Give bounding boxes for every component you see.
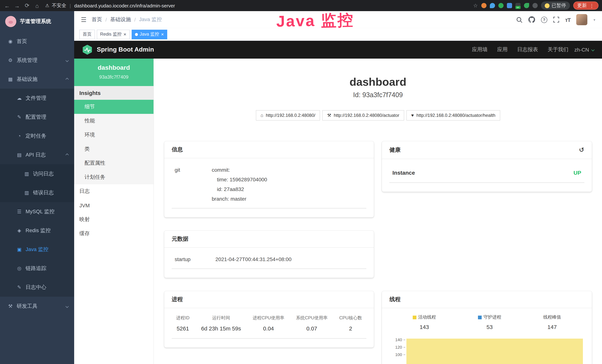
tab-Java 监控[interactable]: Java 监控× <box>131 30 167 39</box>
insights-group: Insights 细节性能环境类配置属性计划任务 <box>74 86 153 184</box>
breadcrumb-item[interactable]: 基础设施 <box>110 16 131 23</box>
search-icon[interactable] <box>516 17 522 23</box>
info-key: git <box>175 165 212 203</box>
spring-boot-admin: Spring Boot Admin 应用墙应用日志报表关于我们 zh-CN da… <box>74 41 602 364</box>
app-logo[interactable]: 芋道管理系统 <box>0 11 74 32</box>
info-lines: commit:time: 1596289704000id: 27aa832bra… <box>212 165 364 203</box>
sba-nav-item[interactable]: 应用 <box>497 46 508 53</box>
sidebar-item[interactable]: ◈Redis 监控 <box>0 221 74 240</box>
sidebar-item[interactable]: ▥错误日志 <box>0 183 74 202</box>
redis-icon: ◈ <box>16 228 22 233</box>
forward-icon[interactable]: → <box>14 2 20 9</box>
metric-value: 0.07 <box>296 325 328 332</box>
legend-swatch <box>478 315 482 319</box>
back-icon[interactable]: ← <box>4 2 10 9</box>
profile-paused-badge[interactable]: 已暂停 <box>541 1 570 10</box>
y-tick-mark <box>404 347 406 347</box>
sidebar-item[interactable]: ▥访问日志 <box>0 164 74 183</box>
sidebar-item[interactable]: ⚙系统管理 <box>0 51 74 70</box>
security-label[interactable]: 不安全 <box>52 2 66 9</box>
instance-block[interactable]: dashboard 93a3fc7f7409 <box>74 59 153 86</box>
sidebar-item[interactable]: ⚒研发工具 <box>0 297 74 316</box>
process-metric: 系统CPU使用率0.07 <box>294 315 330 332</box>
sba-sidebar-item[interactable]: 映射 <box>74 213 153 227</box>
bookmark-star-icon[interactable]: ☆ <box>473 3 478 9</box>
main-sidebar: 芋道管理系统 ◉首页⚙系统管理▦基础设施☁文件管理✎配置管理◔定时任务▤API … <box>0 11 74 364</box>
sidebar-item[interactable]: ◔定时任务 <box>0 127 74 145</box>
sba-sidebar-item[interactable]: 缓存 <box>74 227 153 241</box>
chrome-update-button[interactable]: 更新 ⋮ <box>573 1 598 10</box>
extension-icon[interactable] <box>524 3 529 8</box>
breadcrumb-item[interactable]: 首页 <box>92 16 102 23</box>
sidebar-item[interactable]: ▦基础设施 <box>0 70 74 89</box>
tab-首页[interactable]: 首页 <box>79 30 95 39</box>
sba-sidebar-item[interactable]: 计划任务 <box>74 170 153 184</box>
hamburger-icon[interactable]: ☰ <box>81 16 86 23</box>
close-icon[interactable]: × <box>123 32 126 37</box>
locale-select[interactable]: zh-CN <box>574 47 594 53</box>
sba-brand[interactable]: Spring Boot Admin <box>97 46 154 54</box>
legend-swatch <box>413 315 416 319</box>
history-icon[interactable]: ↺ <box>579 146 584 154</box>
table-row: startup 2021-04-27T00:44:31.254+08:00 <box>172 251 366 269</box>
extension-icon[interactable] <box>498 3 503 8</box>
instance-link[interactable]: ♥http://192.168.0.2:48080/actuator/healt… <box>406 110 500 120</box>
extension-icon[interactable] <box>507 3 512 8</box>
reload-icon[interactable]: ⟳ <box>24 2 30 9</box>
close-icon[interactable]: × <box>161 32 164 37</box>
app-title: 芋道管理系统 <box>20 18 51 25</box>
font-size-icon[interactable]: тT <box>565 17 570 23</box>
sba-nav-item[interactable]: 日志报表 <box>517 46 538 53</box>
sidebar-item[interactable]: ▣Java 监控 <box>0 240 74 259</box>
sidebar-item[interactable]: ✎配置管理 <box>0 107 74 127</box>
metric-value: 5261 <box>176 325 190 332</box>
extension-icon[interactable] <box>490 3 495 8</box>
sba-sidebar-item[interactable]: 类 <box>74 142 153 156</box>
sba-sidebar-item[interactable]: JVM <box>74 198 153 213</box>
github-icon[interactable] <box>528 16 535 23</box>
sidebar-item[interactable]: ◎链路追踪 <box>0 259 74 278</box>
sidebar-item[interactable]: ✎日志中心 <box>0 278 74 297</box>
process-metric: 运行时间6d 23h 15m 59s <box>199 315 243 332</box>
url-text[interactable]: dashboard.yudao.iocoder.cn/infra/admin-s… <box>74 3 175 8</box>
legend-label-row: 线程峰值 <box>543 314 561 321</box>
home-icon[interactable]: ⌂ <box>34 2 40 9</box>
sidebar-item[interactable]: ☁文件管理 <box>0 89 74 107</box>
sidebar-item-label: 错误日志 <box>33 189 54 196</box>
sba-nav: 应用墙应用日志报表关于我们 <box>472 46 569 53</box>
sba-group-items: 细节性能环境类配置属性计划任务 <box>74 100 153 184</box>
extension-icon[interactable] <box>481 3 486 8</box>
sba-sidebar-item[interactable]: 日志 <box>74 184 153 198</box>
fullscreen-icon[interactable] <box>553 17 559 23</box>
home-icon: ◉ <box>7 39 13 44</box>
sidebar-item[interactable]: ▤API 日志 <box>0 145 74 164</box>
tab-Redis 监控[interactable]: Redis 监控× <box>97 30 129 39</box>
sidebar-item-label: API 日志 <box>26 151 46 158</box>
sba-main: dashboard Id: 93a3fc7f7409 ⌂http://192.1… <box>154 59 602 364</box>
sba-sidebar-item[interactable]: 配置属性 <box>74 156 153 170</box>
sba-header: Spring Boot Admin 应用墙应用日志报表关于我们 zh-CN <box>74 41 602 59</box>
instance-link[interactable]: ⚒http://192.168.0.2:48080/actuator <box>322 110 404 120</box>
extension-icon[interactable]: on <box>515 3 520 8</box>
sidebar-item[interactable]: ◉首页 <box>0 32 74 51</box>
card-title: 进程 <box>172 296 183 303</box>
caret-down-icon[interactable]: ▾ <box>593 18 595 22</box>
threads-legend: 活动线程143守护进程53线程峰值147 <box>389 311 584 330</box>
sidebar-item-label: 研发工具 <box>17 303 37 310</box>
extension-icon[interactable] <box>532 3 538 8</box>
chevron-down-icon <box>66 59 69 62</box>
sidebar-item[interactable]: ☰MySQL 监控 <box>0 202 74 221</box>
user-avatar[interactable] <box>576 14 588 25</box>
sba-nav-item[interactable]: 关于我们 <box>548 46 569 53</box>
wrench-icon: ⚒ <box>327 113 331 118</box>
address-bar[interactable]: ⚠ 不安全 | dashboard.yudao.iocoder.cn/infra… <box>44 2 470 9</box>
metric-value: 6d 23h 15m 59s <box>201 325 241 332</box>
sba-sidebar-item[interactable]: 性能 <box>74 114 153 128</box>
kebab-menu-icon[interactable]: ⋮ <box>589 3 594 8</box>
instance-link[interactable]: ⌂http://192.168.0.2:48080/ <box>256 110 320 120</box>
sba-nav-item[interactable]: 应用墙 <box>472 46 488 53</box>
sidebar-item-label: 系统管理 <box>17 57 37 64</box>
sba-sidebar-item[interactable]: 细节 <box>74 100 153 114</box>
sba-sidebar-item[interactable]: 环境 <box>74 128 153 142</box>
help-icon[interactable]: ? <box>541 17 547 23</box>
